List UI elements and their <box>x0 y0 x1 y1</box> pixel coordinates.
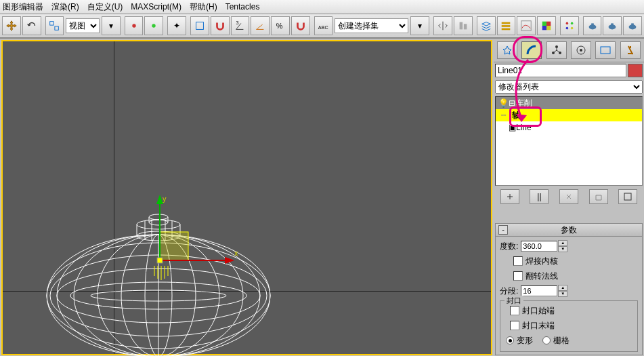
view-select[interactable]: 视图 <box>66 18 100 33</box>
modify-tab-icon[interactable] <box>521 41 542 59</box>
display-tab-icon[interactable] <box>595 41 616 59</box>
morph-radio[interactable] <box>506 336 514 344</box>
named-selection[interactable]: 创建选择集 <box>335 18 408 33</box>
rollout-header[interactable]: - 参数 <box>496 224 642 237</box>
modifier-stack[interactable]: 💡⊟车削 ┈轴 ▣Line <box>495 96 643 186</box>
menu-tentacles[interactable]: Tentacles <box>226 2 260 12</box>
modifier-list-dropdown[interactable]: 修改器列表 <box>495 80 643 94</box>
abc-icon[interactable]: ABC <box>314 16 333 35</box>
cap-start-label: 封口始端 <box>522 305 555 317</box>
modifier-line[interactable]: ▣Line <box>496 121 642 134</box>
tool-c-icon[interactable]: ✦ <box>167 16 186 35</box>
svg-rect-23 <box>591 23 594 25</box>
menu-customize[interactable]: 自定义(U) <box>87 1 123 13</box>
segments-spinner[interactable]: ▲▼ <box>558 285 567 297</box>
create-tab-icon[interactable] <box>497 41 517 59</box>
stack-toolbar: || <box>495 189 643 205</box>
svg-text:3: 3 <box>236 20 239 26</box>
svg-rect-74 <box>601 47 610 54</box>
object-name-input[interactable] <box>495 64 626 77</box>
svg-rect-1 <box>55 26 58 30</box>
render-setup-icon[interactable] <box>560 16 579 35</box>
svg-rect-63 <box>157 258 163 263</box>
svg-rect-9 <box>464 24 467 29</box>
segments-input[interactable] <box>521 285 557 296</box>
cap-group-label: 封口 <box>505 296 523 306</box>
make-unique-icon[interactable] <box>559 189 578 204</box>
svg-point-73 <box>580 49 582 52</box>
weld-label: 焊接内核 <box>525 256 558 267</box>
menu-maxscript[interactable]: MAXScript(M) <box>131 2 181 12</box>
degrees-label: 度数: <box>500 241 518 252</box>
dropdown-icon[interactable]: ▾ <box>102 16 121 35</box>
align-icon[interactable] <box>454 16 473 35</box>
svg-rect-14 <box>542 22 546 26</box>
svg-text:x: x <box>234 249 238 257</box>
undo-icon[interactable] <box>22 16 41 35</box>
modifier-axis-subobject[interactable]: ┈轴 <box>496 109 642 121</box>
magnet-icon[interactable] <box>211 16 230 35</box>
mirror-icon[interactable] <box>433 16 452 35</box>
menu-render[interactable]: 渲染(R) <box>51 1 79 13</box>
svg-point-24 <box>609 24 616 29</box>
tool-a-icon[interactable] <box>125 16 144 35</box>
schematic-icon[interactable] <box>497 16 516 35</box>
cap-start-checkbox[interactable] <box>510 306 519 315</box>
cap-end-checkbox[interactable] <box>510 321 519 330</box>
magnet2-icon[interactable] <box>291 16 310 35</box>
utilities-tab-icon[interactable] <box>620 41 641 59</box>
svg-rect-25 <box>611 23 614 25</box>
show-end-icon[interactable]: || <box>530 189 549 204</box>
grid-label: 栅格 <box>553 335 570 347</box>
svg-rect-0 <box>50 22 53 25</box>
tool-b-icon[interactable] <box>144 16 163 35</box>
svg-marker-61 <box>225 257 234 264</box>
svg-rect-75 <box>624 193 631 200</box>
configure-icon[interactable] <box>618 189 637 204</box>
hierarchy-tab-icon[interactable] <box>546 41 567 59</box>
teapot3-icon[interactable] <box>623 16 642 35</box>
layers-icon[interactable] <box>477 16 496 35</box>
material-icon[interactable] <box>537 16 556 35</box>
svg-rect-15 <box>546 22 551 26</box>
svg-point-19 <box>571 22 574 25</box>
angle-icon[interactable]: 3 <box>231 16 250 35</box>
angle2-icon[interactable] <box>251 16 270 35</box>
viewport[interactable]: y x <box>1 40 492 355</box>
link-icon[interactable] <box>45 16 64 35</box>
flip-checkbox[interactable] <box>513 271 523 281</box>
motion-tab-icon[interactable] <box>571 41 591 59</box>
teapot2-icon[interactable] <box>603 16 622 35</box>
tool-d-icon[interactable] <box>190 16 209 35</box>
main-toolbar: 视图 ▾ ✦ 3 % ABC 创建选择集 ▾ <box>0 14 644 39</box>
menu-help[interactable]: 帮助(H) <box>190 1 217 13</box>
svg-point-26 <box>629 24 637 29</box>
dropdown2-icon[interactable]: ▾ <box>410 16 429 35</box>
curve-editor-icon[interactable] <box>517 16 536 35</box>
collapse-icon[interactable]: - <box>498 225 508 235</box>
morph-label: 变形 <box>517 335 533 347</box>
percent-icon[interactable]: % <box>271 16 290 35</box>
grid-radio[interactable] <box>542 336 551 344</box>
pin-stack-icon[interactable] <box>500 189 519 204</box>
svg-rect-56 <box>160 232 188 260</box>
menu-graph-editor[interactable]: 图形编辑器 <box>3 1 43 13</box>
params-rollout: - 参数 度数: ▲▼ 焊接内核 翻转法线 <box>495 223 643 355</box>
transform-gizmo[interactable]: y x <box>152 195 246 298</box>
teapot1-icon[interactable] <box>583 16 602 35</box>
degrees-spinner[interactable]: ▲▼ <box>558 240 567 252</box>
svg-text:%: % <box>276 22 283 30</box>
svg-point-69 <box>555 45 558 48</box>
svg-point-21 <box>571 27 574 30</box>
svg-text:ABC: ABC <box>318 24 328 31</box>
svg-rect-12 <box>502 28 511 31</box>
svg-rect-8 <box>460 22 463 30</box>
object-color-swatch[interactable] <box>628 64 643 77</box>
move-tool-icon[interactable] <box>2 16 21 35</box>
modifier-lathe[interactable]: 💡⊟车削 <box>496 97 642 109</box>
weld-checkbox[interactable] <box>513 256 523 266</box>
remove-mod-icon[interactable] <box>589 189 608 204</box>
svg-rect-17 <box>546 26 551 30</box>
svg-rect-11 <box>502 25 511 27</box>
degrees-input[interactable] <box>521 241 557 252</box>
